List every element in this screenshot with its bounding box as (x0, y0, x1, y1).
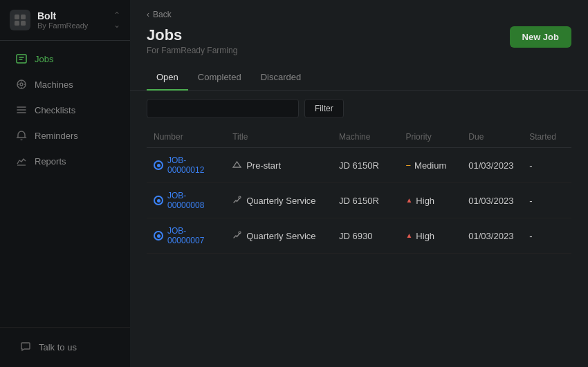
machines-icon (15, 78, 28, 91)
table-row: JOB-00000012 Pre-start JD 6150R − Medium… (147, 148, 571, 183)
svg-rect-4 (17, 55, 26, 63)
sidebar-item-reminders[interactable]: Reminders (4, 123, 126, 148)
sidebar-item-reports-label: Reports (35, 156, 66, 167)
tab-discarded[interactable]: Discarded (251, 66, 311, 91)
cell-title: Pre-start (226, 148, 332, 183)
job-number-link[interactable]: JOB-00000012 (167, 156, 219, 175)
cell-machine: JD 6150R (332, 148, 398, 183)
col-header-due: Due (461, 126, 522, 148)
brand-name: Bolt (37, 10, 107, 21)
tab-open[interactable]: Open (147, 66, 188, 91)
sidebar-item-talk-label: Talk to us (39, 342, 77, 352)
col-header-priority: Priority (398, 126, 461, 148)
cell-title: Quarterly Service (226, 218, 332, 254)
cell-number: JOB-00000007 (147, 218, 226, 254)
chevron-icon: ⌃⌄ (113, 10, 120, 30)
col-header-machine: Machine (332, 126, 398, 148)
page-title: Jobs (147, 26, 237, 44)
svg-rect-0 (15, 15, 19, 19)
cell-due: 01/03/2023 (461, 218, 522, 254)
cell-due: 01/03/2023 (461, 148, 522, 183)
sidebar-footer: Talk to us (0, 327, 130, 367)
svg-point-7 (239, 196, 241, 198)
brand-logo-icon (10, 10, 30, 30)
sidebar-item-machines[interactable]: Machines (4, 72, 126, 97)
back-label: Back (153, 10, 172, 19)
cell-due: 01/03/2023 (461, 183, 522, 218)
page-header: Jobs For FarmReady Farming New Job (147, 26, 571, 55)
sidebar-item-reports[interactable]: Reports (4, 149, 126, 173)
svg-rect-1 (21, 15, 26, 19)
cell-machine: JD 6930 (332, 218, 398, 254)
table-header-row: Number Title Machine Priority Due Starte… (147, 126, 571, 148)
title-type-icon (232, 230, 241, 241)
tab-completed[interactable]: Completed (188, 66, 251, 91)
cell-started: - (522, 183, 571, 218)
job-status-indicator (154, 196, 163, 205)
table-row: JOB-00000008 Quarterly Service JD 6150R … (147, 183, 571, 218)
sidebar-brand[interactable]: Bolt By FarmReady ⌃⌄ (0, 0, 130, 41)
svg-point-6 (20, 83, 23, 86)
job-number-link[interactable]: JOB-00000007 (167, 226, 219, 245)
cell-number: JOB-00000008 (147, 183, 226, 218)
sidebar-nav: Jobs Machines Checklists (0, 41, 130, 327)
reminders-icon (15, 129, 28, 142)
svg-rect-3 (21, 21, 26, 26)
col-header-started: Started (522, 126, 571, 148)
col-header-title: Title (226, 126, 332, 148)
priority-label: High (416, 231, 434, 241)
sidebar: Bolt By FarmReady ⌃⌄ Jobs (0, 0, 130, 367)
jobs-table: Number Title Machine Priority Due Starte… (147, 126, 571, 254)
job-status-indicator (154, 160, 163, 170)
reports-icon (15, 155, 28, 167)
cell-started: - (522, 218, 571, 254)
priority-label: High (416, 196, 434, 206)
sidebar-item-jobs[interactable]: Jobs (4, 46, 126, 71)
sidebar-item-checklists[interactable]: Checklists (4, 97, 126, 122)
page-title-group: Jobs For FarmReady Farming (147, 26, 237, 55)
top-bar: ‹ Back Jobs For FarmReady Farming New Jo… (130, 0, 588, 66)
svg-point-8 (239, 232, 241, 234)
cell-number: JOB-00000012 (147, 148, 226, 183)
title-type-icon (232, 195, 241, 206)
cell-title: Quarterly Service (226, 183, 332, 218)
jobs-table-container: Number Title Machine Priority Due Starte… (130, 126, 588, 367)
table-row: JOB-00000007 Quarterly Service JD 6930 ▲… (147, 218, 571, 254)
new-job-button[interactable]: New Job (510, 26, 571, 48)
job-title: Pre-start (246, 160, 281, 171)
cell-priority: ▲ High (398, 218, 461, 254)
sidebar-item-jobs-label: Jobs (35, 54, 53, 64)
svg-rect-2 (15, 21, 19, 26)
priority-high-icon: ▲ (405, 197, 412, 204)
back-chevron-icon: ‹ (147, 10, 149, 19)
priority-medium-icon: − (405, 161, 411, 170)
filter-bar: Filter (130, 91, 588, 126)
sidebar-item-checklists-label: Checklists (35, 105, 75, 115)
page-subtitle: For FarmReady Farming (147, 46, 237, 55)
priority-label: Medium (414, 160, 446, 171)
filter-button[interactable]: Filter (304, 99, 344, 118)
cell-machine: JD 6150R (332, 183, 398, 218)
tabs-bar: Open Completed Discarded (130, 66, 588, 91)
priority-high-icon: ▲ (405, 232, 412, 239)
main-content: ‹ Back Jobs For FarmReady Farming New Jo… (130, 0, 588, 367)
checklists-icon (15, 104, 28, 116)
cell-priority: − Medium (398, 148, 461, 183)
job-status-indicator (154, 231, 163, 241)
sidebar-item-machines-label: Machines (35, 79, 73, 90)
job-title: Quarterly Service (246, 231, 315, 241)
sidebar-item-reminders-label: Reminders (35, 131, 78, 141)
search-input[interactable] (147, 99, 299, 118)
brand-text: Bolt By FarmReady (37, 10, 107, 30)
col-header-number: Number (147, 126, 226, 148)
job-number-link[interactable]: JOB-00000008 (167, 191, 219, 210)
sidebar-item-talk[interactable]: Talk to us (8, 335, 122, 359)
cell-started: - (522, 148, 571, 183)
jobs-icon (15, 53, 28, 65)
title-type-icon (232, 160, 241, 171)
cell-priority: ▲ High (398, 183, 461, 218)
chat-icon (19, 341, 32, 353)
brand-subtitle: By FarmReady (37, 21, 107, 30)
back-link[interactable]: ‹ Back (147, 10, 571, 19)
job-title: Quarterly Service (246, 196, 315, 206)
